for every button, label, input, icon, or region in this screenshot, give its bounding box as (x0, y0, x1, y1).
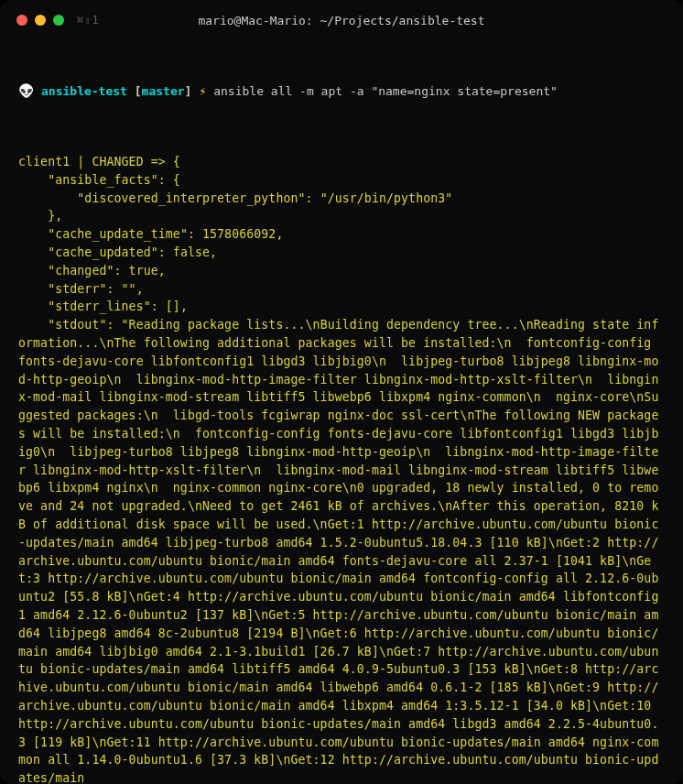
zoom-icon[interactable] (53, 15, 64, 26)
shortcut-label: ⌘⇧1 (77, 14, 100, 27)
command-text: ansible all -m apt -a "name=nginx state=… (213, 82, 558, 101)
prompt-line: 👽 ansible-test [master] ⚡ ansible all -m… (18, 82, 665, 101)
close-icon[interactable] (16, 15, 27, 26)
command-output: client1 | CHANGED => { "ansible_facts": … (18, 153, 665, 784)
git-branch-label: master (142, 84, 185, 98)
cwd-label: ansible-test (41, 84, 127, 98)
alien-icon: 👽 (18, 82, 34, 101)
branch-bracket-open: [ (135, 84, 142, 98)
bolt-icon: ⚡ (199, 82, 206, 101)
titlebar: ⌘⇧1 mario@Mac-Mario: ~/Projects/ansible-… (0, 0, 683, 40)
window-title: mario@Mac-Mario: ~/Projects/ansible-test (0, 14, 683, 27)
terminal-window: ⌘⇧1 mario@Mac-Mario: ~/Projects/ansible-… (0, 0, 683, 784)
branch-bracket-close: ] (185, 84, 192, 98)
minimize-icon[interactable] (35, 15, 46, 26)
terminal-content[interactable]: 👽 ansible-test [master] ⚡ ansible all -m… (0, 40, 683, 784)
traffic-lights (16, 15, 64, 26)
